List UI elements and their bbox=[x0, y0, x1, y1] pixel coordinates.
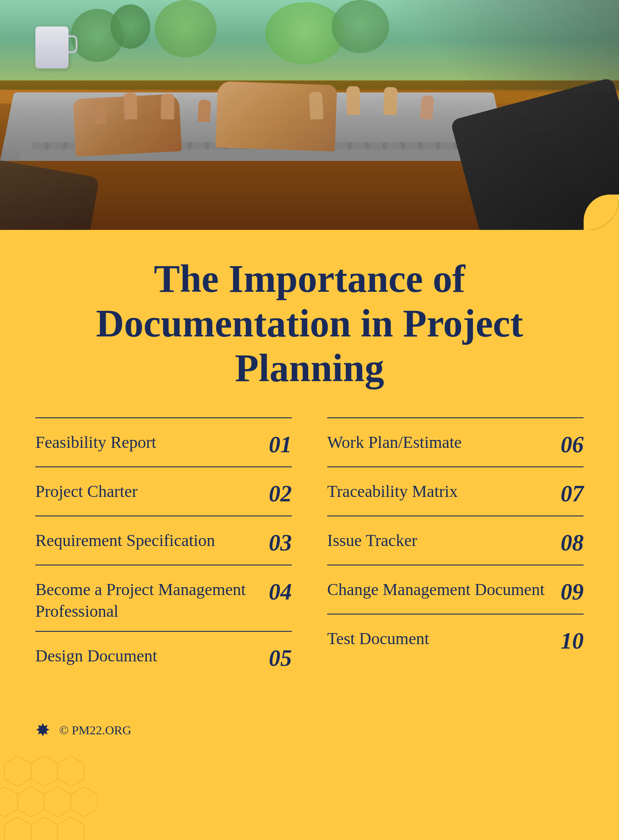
item-number-2: 02 bbox=[269, 481, 292, 507]
item-label-1: Feasibility Report bbox=[35, 431, 260, 453]
list-item: Design Document 05 bbox=[35, 631, 292, 680]
item-number-6: 06 bbox=[561, 431, 584, 458]
svg-marker-18 bbox=[57, 756, 84, 787]
item-label-9: Change Management Document bbox=[327, 579, 552, 600]
svg-marker-17 bbox=[31, 756, 57, 787]
list-item: Feasibility Report 01 bbox=[35, 417, 292, 466]
item-label-5: Design Document bbox=[35, 645, 260, 667]
item-label-3: Requirement Specification bbox=[35, 530, 260, 551]
item-label-6: Work Plan/Estimate bbox=[327, 431, 552, 453]
footer-text: © PM22.ORG bbox=[59, 723, 131, 737]
item-label-7: Traceability Matrix bbox=[327, 481, 552, 502]
hero-image bbox=[0, 0, 619, 230]
right-column: Work Plan/Estimate 06 Traceability Matri… bbox=[327, 417, 584, 680]
svg-marker-19 bbox=[0, 787, 18, 817]
item-label-8: Issue Tracker bbox=[327, 530, 552, 551]
hex-decoration-bottom-left bbox=[0, 752, 97, 840]
svg-marker-24 bbox=[31, 817, 57, 840]
item-label-2: Project Charter bbox=[35, 481, 260, 502]
list-item: Test Document 10 bbox=[327, 614, 584, 663]
list-item: Traceability Matrix 07 bbox=[327, 466, 584, 515]
list-item: Work Plan/Estimate 06 bbox=[327, 417, 584, 466]
item-number-7: 07 bbox=[561, 481, 584, 507]
list-item: Project Charter 02 bbox=[35, 466, 292, 515]
item-label-4: Become a Project Management Professional bbox=[35, 579, 260, 622]
svg-marker-23 bbox=[4, 817, 31, 840]
item-number-3: 03 bbox=[269, 530, 292, 556]
logo-icon: ✸ bbox=[35, 720, 50, 741]
item-label-10: Test Document bbox=[327, 628, 552, 649]
svg-marker-21 bbox=[44, 787, 71, 817]
svg-marker-20 bbox=[18, 787, 44, 817]
svg-marker-25 bbox=[57, 817, 84, 840]
item-number-8: 08 bbox=[561, 530, 584, 556]
items-grid: Feasibility Report 01 Project Charter 02… bbox=[35, 417, 584, 680]
svg-marker-22 bbox=[71, 787, 97, 817]
left-column: Feasibility Report 01 Project Charter 02… bbox=[35, 417, 292, 680]
item-number-4: 04 bbox=[269, 579, 292, 605]
list-item: Issue Tracker 08 bbox=[327, 515, 584, 565]
item-number-9: 09 bbox=[561, 579, 584, 605]
svg-marker-16 bbox=[4, 756, 31, 787]
item-number-5: 05 bbox=[269, 645, 292, 671]
list-item: Requirement Specification 03 bbox=[35, 515, 292, 565]
list-item: Become a Project Management Professional… bbox=[35, 565, 292, 631]
list-item: Change Management Document 09 bbox=[327, 565, 584, 614]
page-title: The Importance of Documentation in Proje… bbox=[35, 256, 584, 391]
item-number-1: 01 bbox=[269, 431, 292, 458]
item-number-10: 10 bbox=[561, 628, 584, 654]
main-content: The Importance of Documentation in Proje… bbox=[0, 230, 619, 706]
